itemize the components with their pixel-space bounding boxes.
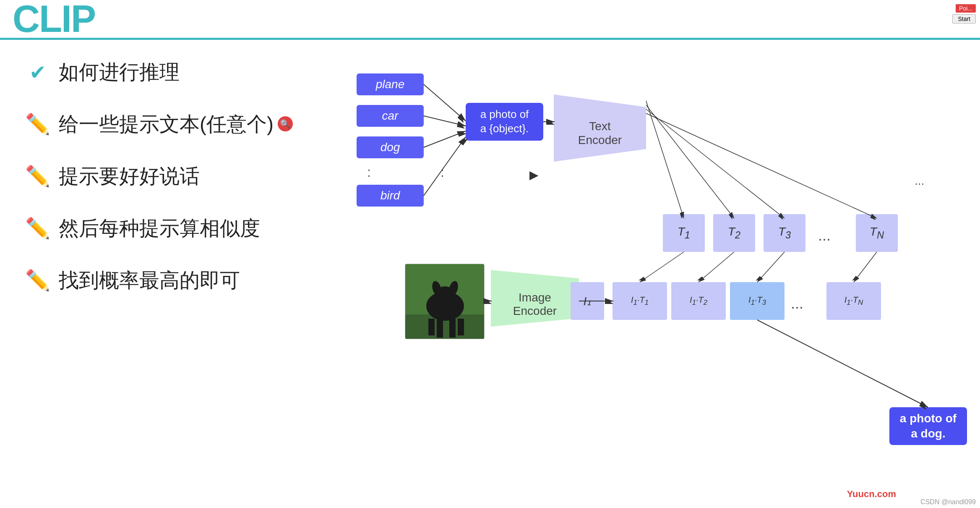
svg-text:Text: Text (589, 120, 611, 133)
dog-image (405, 264, 485, 339)
svg-rect-10 (458, 319, 464, 335)
watermark-csdn: CSDN @nandl099 (920, 498, 976, 506)
class-box-bird: bird (357, 185, 424, 207)
class-box-dog: dog (357, 136, 424, 158)
t-ellipsis: ... (818, 227, 831, 244)
sim-i1tn: I1·TN (826, 282, 881, 320)
class-dots-2: : (440, 165, 444, 180)
sim-i1t1: I1·T1 (612, 282, 667, 320)
pencil-icon-2: ✏️ (25, 113, 50, 136)
image-encoder: Image Encoder (491, 264, 579, 333)
bullet-text-5: 找到概率最高的即可 (59, 267, 240, 294)
pencil-icon-4: ✏️ (25, 217, 50, 240)
diagram: plane car dog bird : : a photo ofa {obje… (243, 55, 980, 483)
class-box-car: car (357, 105, 424, 127)
header-divider (0, 38, 980, 40)
tn-box: TN (856, 214, 898, 252)
check-icon: ✔ (25, 60, 50, 84)
svg-line-18 (424, 84, 466, 121)
bullet-text-4: 然后每种提示算相似度 (59, 215, 260, 242)
svg-line-19 (424, 116, 466, 126)
sim-ellipsis: ... (791, 295, 803, 312)
svg-line-21 (424, 137, 466, 196)
t3-box: T3 (764, 214, 805, 252)
t2-box: T2 (713, 214, 755, 252)
svg-line-33 (854, 252, 877, 282)
bullet-text-2: 给一些提示文本(任意个) (59, 111, 274, 138)
i1-box: I₁ (571, 282, 604, 320)
cursor: ▶ (529, 168, 539, 182)
svg-line-34 (757, 320, 928, 407)
svg-rect-9 (449, 319, 456, 338)
bullet-text-1: 如何进行推理 (59, 59, 180, 86)
bullet-text-3: 提示要好好说话 (59, 163, 200, 190)
class-box-plane: plane (357, 73, 424, 95)
pencil-icon-5: ✏️ (25, 269, 50, 292)
svg-text:Encoder: Encoder (513, 304, 557, 317)
start-button[interactable]: Start (952, 14, 976, 24)
pencil-icon-3: ✏️ (25, 165, 50, 188)
svg-text:Encoder: Encoder (578, 134, 622, 147)
right-ellipsis: ... (915, 174, 924, 188)
svg-rect-8 (437, 319, 443, 338)
class-dots: : (367, 165, 371, 180)
page-title: CLIP (13, 0, 95, 38)
svg-line-25 (646, 109, 785, 218)
svg-line-30 (640, 252, 684, 282)
svg-line-23 (646, 101, 684, 218)
template-box: a photo ofa {object}. (466, 103, 543, 141)
text-encoder: Text Encoder (554, 86, 646, 170)
svg-line-26 (646, 113, 877, 218)
watermark-yuucn: Yuucn.com (847, 489, 896, 500)
sim-i1t3-highlighted: I1·T3 (730, 282, 785, 320)
svg-rect-7 (428, 319, 435, 335)
t1-box: T1 (663, 214, 705, 252)
svg-line-24 (646, 105, 734, 218)
svg-line-32 (757, 252, 785, 282)
top-controls: Poi... Start (952, 4, 976, 24)
result-box: a photo ofa dog. (889, 407, 967, 445)
svg-text:Image: Image (519, 291, 551, 304)
svg-line-31 (699, 252, 734, 282)
svg-line-20 (424, 131, 466, 147)
sim-i1t2: I1·T2 (671, 282, 726, 320)
poi-button[interactable]: Poi... (956, 4, 976, 13)
